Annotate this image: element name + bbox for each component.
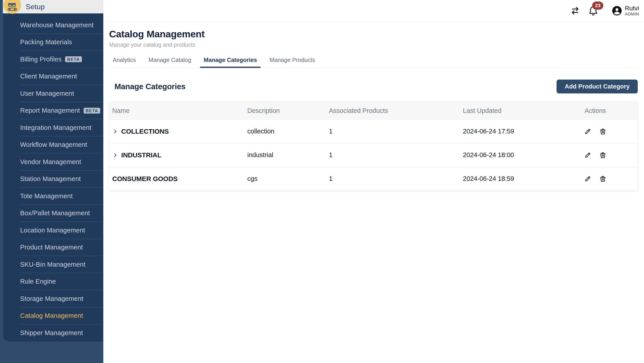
sidebar-item-tote-management[interactable]: Tote Management xyxy=(3,188,103,205)
sidebar-item-label: Location Management xyxy=(20,227,85,234)
sidebar-item-label: Box/Pallet Management xyxy=(20,209,90,217)
section-heading: Manage Categories xyxy=(114,82,186,91)
sidebar-item-station-management[interactable]: Station Management xyxy=(3,171,103,188)
category-description: cgs xyxy=(244,175,326,182)
section-header: Manage Categories Add Product Category xyxy=(109,80,638,93)
delete-trash-icon[interactable] xyxy=(599,128,607,135)
sidebar-item-label: Catalog Management xyxy=(20,312,83,320)
table-row-collections: COLLECTIONS collection 1 2024-06-24 17:5… xyxy=(109,119,638,143)
column-header-name: Name xyxy=(109,107,244,114)
beta-badge: BETA xyxy=(65,56,82,62)
sidebar-item-warehouse-management[interactable]: Warehouse Management xyxy=(3,16,103,34)
row-actions xyxy=(553,128,638,135)
notifications: 23 xyxy=(588,5,598,16)
sidebar-item-label: Rule Engine xyxy=(20,278,56,285)
category-name: COLLECTIONS xyxy=(121,128,169,135)
category-name: CONSUMER GOODS xyxy=(112,175,178,183)
tab-manage-categories[interactable]: Manage Categories xyxy=(200,55,260,68)
topbar: 23 Rutvi ADMIN xyxy=(103,0,644,22)
beta-badge: BETA xyxy=(84,108,100,114)
sidebar-item-label: Storage Management xyxy=(20,295,84,303)
tab-manage-products[interactable]: Manage Products xyxy=(266,55,319,68)
sidebar-item-label: Station Management xyxy=(20,175,81,183)
swap-arrows-icon[interactable] xyxy=(570,6,580,16)
user-avatar-icon xyxy=(612,5,622,16)
sidebar-item-integration-management[interactable]: Integration Management xyxy=(3,119,103,136)
tab-bar: AnalyticsManage CatalogManage Categories… xyxy=(109,55,638,68)
main-content: Catalog Management Manage your catalog a… xyxy=(103,22,644,363)
delete-trash-icon[interactable] xyxy=(599,151,607,159)
tab-analytics[interactable]: Analytics xyxy=(109,55,140,68)
add-product-category-button[interactable]: Add Product Category xyxy=(556,80,638,93)
category-description: industrial xyxy=(244,151,326,159)
sidebar-item-location-management[interactable]: Location Management xyxy=(3,222,103,239)
associated-products-count: 1 xyxy=(326,128,456,135)
sidebar-item-label: Client Management xyxy=(20,73,77,80)
column-header-last-updated: Last Updated xyxy=(456,107,553,114)
sidebar-item-vendor-management[interactable]: Vendor Management xyxy=(3,153,103,171)
sidebar-item-label: Report Management xyxy=(20,107,80,114)
last-updated: 2024-06-24 18:00 xyxy=(456,151,553,159)
sidebar-item-product-management[interactable]: Product Management xyxy=(3,239,103,256)
sidebar-item-label: Billing Profiles xyxy=(20,56,62,63)
sidebar-item-label: SKU-Bin Management xyxy=(20,261,86,268)
sidebar-item-rule-engine[interactable]: Rule Engine xyxy=(3,273,103,290)
sidebar-item-workflow-management[interactable]: Workflow Management xyxy=(3,136,103,154)
category-name-cell: CONSUMER GOODS xyxy=(109,175,244,183)
sidebar-item-label: Integration Management xyxy=(20,124,92,131)
notification-count-badge: 23 xyxy=(592,1,603,9)
expand-chevron-icon[interactable] xyxy=(112,128,118,134)
sidebar-item-catalog-management[interactable]: Catalog Management xyxy=(3,307,103,325)
sidebar-menu: Warehouse Management Packing Materials B… xyxy=(3,13,103,342)
edit-pencil-icon[interactable] xyxy=(584,128,592,135)
table-row-industrial: INDUSTRIAL industrial 1 2024-06-24 18:00 xyxy=(109,143,638,167)
sidebar-item-label: Vendor Management xyxy=(20,158,81,166)
expand-chevron-icon[interactable] xyxy=(112,152,118,158)
column-header-associated-products: Associated Products xyxy=(326,107,456,114)
page-title: Catalog Management xyxy=(109,29,638,39)
app-root: Setup Warehouse Management Packing Mater… xyxy=(0,0,644,363)
user-role: ADMIN xyxy=(625,12,639,16)
row-actions xyxy=(553,151,638,159)
sidebar-item-box-pallet-management[interactable]: Box/Pallet Management xyxy=(3,205,103,222)
sidebar-item-client-management[interactable]: Client Management xyxy=(3,68,103,85)
sidebar: Setup Warehouse Management Packing Mater… xyxy=(0,0,103,363)
last-updated: 2024-06-24 17:59 xyxy=(456,128,553,135)
category-name: INDUSTRIAL xyxy=(121,151,162,159)
sidebar-item-label: User Management xyxy=(20,90,74,97)
column-header-description: Description xyxy=(244,107,326,114)
column-header-actions: Actions xyxy=(553,107,638,114)
sidebar-item-label: Product Management xyxy=(20,244,83,251)
page-subtitle: Manage your catalog and products xyxy=(109,41,638,48)
edit-pencil-icon[interactable] xyxy=(584,151,592,159)
sidebar-item-label: Tote Management xyxy=(20,192,73,200)
sidebar-item-packing-materials[interactable]: Packing Materials xyxy=(3,34,103,51)
user-name: Rutvi xyxy=(625,5,639,12)
associated-products-count: 1 xyxy=(326,151,456,159)
user-menu[interactable]: Rutvi ADMIN xyxy=(612,5,639,16)
table-row-consumer-goods: CONSUMER GOODS cgs 1 2024-06-24 18:59 xyxy=(109,167,638,190)
tab-manage-catalog[interactable]: Manage Catalog xyxy=(145,55,195,68)
row-actions xyxy=(553,175,638,183)
delete-trash-icon[interactable] xyxy=(599,175,607,183)
sidebar-item-label: Warehouse Management xyxy=(20,21,94,29)
edit-pencil-icon[interactable] xyxy=(584,175,592,183)
category-description: collection xyxy=(244,128,326,135)
sidebar-item-report-management[interactable]: Report Management BETA xyxy=(3,102,103,119)
sidebar-item-sku-bin-management[interactable]: SKU-Bin Management xyxy=(3,256,103,273)
sidebar-item-billing-profiles[interactable]: Billing Profiles BETA xyxy=(3,51,103,68)
categories-table: NameDescriptionAssociated ProductsLast U… xyxy=(109,102,638,190)
conveyor-boxes-icon xyxy=(7,2,18,14)
category-name-cell: COLLECTIONS xyxy=(109,128,244,135)
table-body: COLLECTIONS collection 1 2024-06-24 17:5… xyxy=(109,119,638,190)
sidebar-item-shipper-management[interactable]: Shipper Management xyxy=(3,324,103,342)
associated-products-count: 1 xyxy=(326,175,456,182)
last-updated: 2024-06-24 18:59 xyxy=(456,175,553,182)
sidebar-item-label: Workflow Management xyxy=(20,141,87,148)
table-header-row: NameDescriptionAssociated ProductsLast U… xyxy=(109,102,638,119)
sidebar-item-label: Packing Materials xyxy=(20,38,72,46)
sidebar-item-user-management[interactable]: User Management xyxy=(3,85,103,102)
sidebar-item-storage-management[interactable]: Storage Management xyxy=(3,290,103,307)
sidebar-item-label: Shipper Management xyxy=(20,329,83,337)
topbar-icons: 23 Rutvi ADMIN xyxy=(570,5,639,16)
